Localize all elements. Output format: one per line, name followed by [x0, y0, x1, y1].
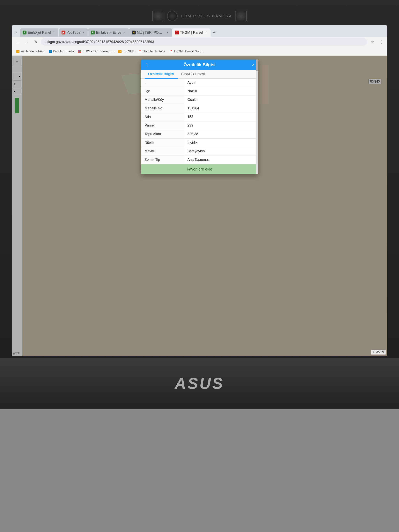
close-icon: ×	[15, 31, 17, 35]
modal-value-mahalle-no: 151264	[184, 104, 258, 113]
modal-label-parsel: Parsel	[141, 121, 184, 130]
modal-value-parsel: 239	[184, 121, 258, 130]
camera-bar: 1.3M PIXELS CAMERA	[152, 11, 247, 21]
tab-emlakjet-panel-label: Emlakjet Panel	[28, 31, 51, 35]
modal-value-zemin: Ana Taşınmaz	[184, 156, 258, 164]
bookmark-ttbs[interactable]: 🌐 TTBS - T.C. Ticaret B...	[76, 49, 116, 54]
forward-button[interactable]: →	[23, 38, 30, 45]
sahibinden-favicon: S	[16, 50, 19, 53]
bookmark-trello[interactable]: T Panolar | Trello	[47, 49, 76, 54]
modal-title: Öznitelik Bilgisi	[150, 62, 249, 67]
tab-musteri[interactable]: M MÜŞTERİ PORTE ×	[129, 28, 172, 37]
webcam	[167, 11, 178, 21]
tab-youtube[interactable]: ▶ YouTube ×	[59, 28, 88, 37]
parcel-badge-bottom: 153/239	[371, 350, 386, 355]
bookmarks-bar: S sahibinden ofisim T Panolar | Trello 🌐…	[12, 47, 387, 56]
bookmark-dxic[interactable]: S dxic*ffdit	[116, 49, 136, 54]
close-icon: ×	[252, 62, 255, 67]
reload-button[interactable]: ↻	[32, 38, 39, 45]
browser-chrome: × E Emlakjet Panel × ▶ YouTube × E Emlak…	[12, 25, 387, 56]
speaker-grille-right	[235, 11, 247, 21]
dxic-favicon: S	[118, 50, 122, 53]
modal-row-mevkii: Mevkii Batayaykın	[141, 147, 258, 156]
tab-emlakjet-panel-close[interactable]: ×	[52, 31, 56, 34]
modal-value-nitelik: İncirlik	[184, 139, 258, 147]
modal-label-mahalle: Mahalle/Köy	[141, 96, 184, 104]
menu-dots-icon: ⋮	[145, 62, 149, 67]
tab-oznitelik-bilgisi[interactable]: Öznitelik Bilgisi	[145, 70, 178, 79]
page-content: + ▾ ▾ ▾	[12, 56, 387, 356]
ttbs-favicon: 🌐	[78, 50, 81, 53]
map-background[interactable]: + ▾ ▾ ▾	[12, 56, 387, 356]
modal-tab-bar: Öznitelik Bilgisi Bina/BB Listesi	[141, 70, 258, 79]
modal-value-il: Aydın	[184, 79, 258, 87]
modal-row-tapu: Tapu Alanı 826,38	[141, 130, 258, 139]
back-button[interactable]: ←	[14, 38, 21, 45]
laptop-body: 1.3M PIXELS CAMERA × E Emlakjet Panel × …	[0, 0, 399, 532]
modal-scrollbar-thumb[interactable]	[256, 60, 258, 71]
modal-header: ⋮ Öznitelik Bilgisi ×	[141, 60, 258, 70]
tab-emlakjet-ev[interactable]: E Emlakjet - Ev ve ×	[88, 28, 129, 37]
modal-label-ada: Ada	[141, 113, 184, 121]
musteri-favicon: M	[132, 31, 136, 34]
trello-favicon: T	[49, 50, 52, 53]
new-tab-button[interactable]: +	[211, 29, 218, 36]
desk-surface: Selim Abi Atça/Sultanhisar	[0, 409, 399, 532]
google-maps-favicon: 📍	[138, 50, 142, 53]
modal-value-ada: 153	[184, 113, 258, 121]
tab-youtube-close[interactable]: ×	[82, 31, 85, 34]
address-input[interactable]	[41, 38, 367, 45]
modal-value-mahalle: Ocaklı	[184, 96, 258, 104]
modal-label-mevkii: Mevkii	[141, 147, 184, 156]
bookmark-ttbs-label: TTBS - T.C. Ticaret B...	[82, 50, 114, 53]
tab-close-all[interactable]: ×	[14, 28, 19, 37]
bookmark-google-maps[interactable]: 📍 Google Haritalar	[136, 49, 167, 54]
favorilere-ekle-button[interactable]: Favorilere ekle	[187, 167, 212, 171]
tab-bina-bb-listesi-label: Bina/BB Listesi	[181, 72, 205, 76]
modal-row-ada: Ada 153	[141, 113, 258, 121]
bookmark-tkgm-parsel[interactable]: 📍 TKGM | Parsel Sorg...	[168, 49, 206, 54]
modal-label-ilce: İlçe	[141, 87, 184, 95]
tab-tkgm-close[interactable]: ×	[204, 31, 208, 34]
asus-logo: ASUS	[175, 374, 224, 393]
emlakjet-ev-favicon: E	[91, 31, 95, 34]
modal-label-nitelik: Nitelik	[141, 139, 184, 147]
tab-emlakjet-ev-label: Emlakjet - Ev ve	[96, 31, 121, 35]
tab-musteri-close[interactable]: ×	[166, 31, 169, 34]
tab-youtube-label: YouTube	[67, 31, 80, 35]
modal-overlay: ⋮ Öznitelik Bilgisi × Öznitelik Bilgisi	[12, 56, 387, 356]
map-watermark: gov.tr	[13, 352, 20, 355]
bookmark-google-maps-label: Google Haritalar	[142, 50, 165, 53]
modal-scrollbar[interactable]	[256, 60, 258, 174]
tab-tkgm-label: TKGM | Parsel	[180, 31, 203, 35]
tab-emlakjet-ev-close[interactable]: ×	[122, 31, 126, 34]
modal-body: İl Aydın İlçe Nazilli Mahalle/Köy Ocaklı	[141, 79, 258, 164]
map-watermark-text: gov.tr	[13, 352, 20, 355]
modal-ozellik-bilgisi: ⋮ Öznitelik Bilgisi × Öznitelik Bilgisi	[141, 60, 258, 174]
modal-close-button[interactable]: ×	[249, 62, 255, 67]
tab-bina-bb-listesi[interactable]: Bina/BB Listesi	[178, 70, 208, 79]
modal-menu-button[interactable]: ⋮	[145, 62, 150, 67]
bookmark-button[interactable]: ☆	[369, 38, 376, 45]
modal-label-tapu: Tapu Alanı	[141, 130, 184, 138]
screen-area: × E Emlakjet Panel × ▶ YouTube × E Emlak…	[12, 25, 387, 356]
speaker-grille-left	[152, 11, 164, 21]
bookmark-dxic-label: dxic*ffdit	[122, 50, 134, 53]
modal-label-mahalle-no: Mahalle No	[141, 104, 184, 113]
modal-row-mahalle-no: Mahalle No 151264	[141, 104, 258, 113]
laptop-bottom-bezel: ASUS	[0, 358, 399, 409]
camera-label: 1.3M PIXELS CAMERA	[180, 14, 232, 18]
youtube-favicon: ▶	[62, 31, 65, 34]
tab-emlakjet-panel[interactable]: E Emlakjet Panel ×	[20, 28, 58, 37]
bookmark-sahibinden[interactable]: S sahibinden ofisim	[14, 49, 46, 54]
tkgm-favicon: 📍	[175, 31, 179, 34]
bookmark-trello-label: Panolar | Trello	[53, 50, 74, 53]
modal-row-il: İl Aydın	[141, 79, 258, 87]
tab-oznitelik-bilgisi-label: Öznitelik Bilgisi	[148, 72, 174, 76]
settings-button[interactable]: ⋮	[378, 38, 385, 45]
modal-footer: Favorilere ekle	[141, 164, 258, 174]
tab-tkgm[interactable]: 📍 TKGM | Parsel ×	[172, 28, 211, 37]
modal-row-mahalle: Mahalle/Köy Ocaklı	[141, 96, 258, 104]
emlakjet-panel-favicon: E	[23, 31, 26, 34]
parcel-bottom-value: 153/239	[373, 350, 384, 354]
